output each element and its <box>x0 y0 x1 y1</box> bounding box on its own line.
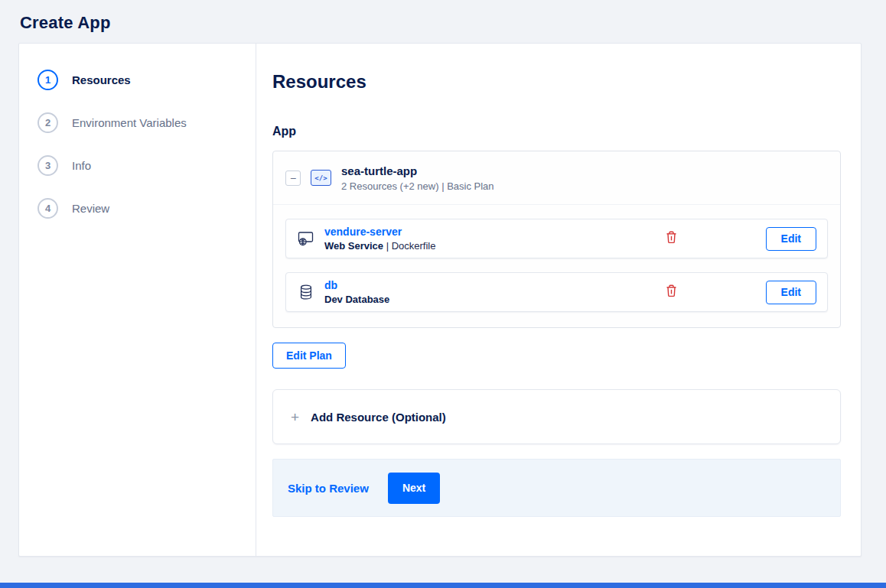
resource-type: Dev Database <box>324 294 389 305</box>
edit-resource-button[interactable]: Edit <box>766 227 816 251</box>
step-info[interactable]: 3 Info <box>37 155 256 176</box>
stepper: 1 Resources 2 Environment Variables 3 In… <box>19 44 256 556</box>
app-name: sea-turtle-app <box>341 164 494 177</box>
step-circle: 4 <box>37 198 58 219</box>
step-environment-variables[interactable]: 2 Environment Variables <box>37 112 256 133</box>
step-label: Resources <box>72 73 131 86</box>
edit-plan-button[interactable]: Edit Plan <box>272 343 346 369</box>
trash-icon <box>666 284 677 300</box>
app-subtitle: 2 Resources (+2 new) | Basic Plan <box>341 180 494 192</box>
next-button[interactable]: Next <box>388 473 440 504</box>
plus-icon: + <box>291 410 299 424</box>
resource-detail: Web Service | Dockerfile <box>324 240 655 252</box>
delete-resource-button[interactable] <box>664 283 679 301</box>
resource-meta: db Dev Database <box>324 279 655 305</box>
resource-meta: vendure-server Web Service | Dockerfile <box>324 226 655 252</box>
step-circle: 1 <box>37 70 58 90</box>
step-label: Review <box>72 202 109 215</box>
web-service-icon <box>297 231 315 247</box>
database-icon <box>297 284 315 300</box>
code-icon: </> <box>311 170 331 186</box>
resource-source: | Dockerfile <box>383 240 435 252</box>
bottom-bar <box>0 583 886 588</box>
trash-icon <box>666 231 677 246</box>
add-resource-label: Add Resource (Optional) <box>311 411 446 424</box>
step-resources[interactable]: 1 Resources <box>37 70 256 90</box>
resource-type: Web Service <box>324 240 383 252</box>
app-meta: sea-turtle-app 2 Resources (+2 new) | Ba… <box>341 164 494 192</box>
skip-to-review-link[interactable]: Skip to Review <box>288 482 369 495</box>
footer-bar: Skip to Review Next <box>272 459 841 517</box>
step-label: Info <box>72 159 91 172</box>
resource-row-vendure-server: vendure-server Web Service | Dockerfile … <box>285 219 828 258</box>
app-header-row: − </> sea-turtle-app 2 Resources (+2 new… <box>273 151 840 205</box>
resource-detail: Dev Database <box>324 294 655 305</box>
section-heading: Resources <box>272 71 841 93</box>
page-header: Create App <box>0 0 886 43</box>
step-circle: 2 <box>37 112 58 133</box>
create-app-card: 1 Resources 2 Environment Variables 3 In… <box>18 43 862 557</box>
step-review[interactable]: 4 Review <box>37 198 256 219</box>
resource-name-link[interactable]: vendure-server <box>324 226 655 238</box>
step-circle: 3 <box>37 155 58 176</box>
delete-resource-button[interactable] <box>664 229 679 248</box>
resource-name-link[interactable]: db <box>324 279 655 291</box>
add-resource-section[interactable]: + Add Resource (Optional) <box>272 389 841 444</box>
app-resources-box: − </> sea-turtle-app 2 Resources (+2 new… <box>272 151 841 328</box>
content-panel: Resources App − </> sea-turtle-app 2 Res… <box>256 44 861 556</box>
page-title: Create App <box>20 13 866 33</box>
resource-row-db: db Dev Database Edit <box>285 272 828 312</box>
edit-resource-button[interactable]: Edit <box>766 281 816 304</box>
collapse-button[interactable]: − <box>285 171 301 186</box>
app-section-label: App <box>272 125 841 138</box>
step-label: Environment Variables <box>72 116 187 129</box>
